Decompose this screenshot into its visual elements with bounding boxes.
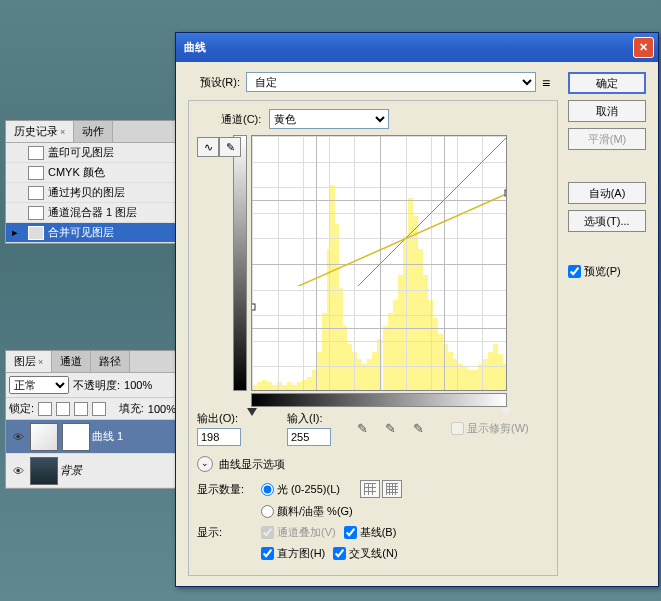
options-button[interactable]: 选项(T)... (568, 210, 646, 232)
layer-row-background[interactable]: 背景 (6, 454, 179, 488)
tab-layers[interactable]: 图层× (6, 351, 52, 372)
black-eyedropper-icon[interactable] (357, 421, 373, 437)
tab-actions[interactable]: 动作 (74, 121, 113, 142)
lock-pixels-icon[interactable] (56, 402, 70, 416)
dialog-title: 曲线 (184, 40, 633, 55)
layer-row-curves[interactable]: 曲线 1 (6, 420, 179, 454)
curve-graph[interactable] (251, 135, 507, 391)
gray-eyedropper-icon[interactable] (385, 421, 401, 437)
channel-overlay-check: 通道叠加(V) (261, 525, 336, 540)
baseline-check[interactable]: 基线(B) (344, 525, 397, 540)
close-button[interactable]: ✕ (633, 37, 654, 58)
history-panel: 历史记录× 动作 盖印可见图层 CMYK 颜色 通过拷贝的图层 通道混合器 1 … (5, 120, 180, 244)
lock-transparent-icon[interactable] (38, 402, 52, 416)
play-icon: ▸ (12, 226, 22, 239)
layer-icon (28, 146, 44, 160)
tab-channels[interactable]: 通道 (52, 351, 91, 372)
layer-thumb-mask[interactable] (62, 423, 90, 451)
preset-label: 预设(R): (188, 75, 240, 90)
history-item[interactable]: 盖印可见图层 (6, 143, 179, 163)
white-eyedropper-icon[interactable] (413, 421, 429, 437)
blend-mode-select[interactable]: 正常 (9, 376, 69, 394)
preview-check[interactable]: 预览(P) (568, 264, 646, 279)
input-label: 输入(I): (287, 411, 331, 426)
fill-label: 填充: (119, 401, 144, 416)
curve-point[interactable] (251, 303, 256, 310)
visibility-icon[interactable] (11, 465, 25, 475)
opacity-label: 不透明度: (73, 378, 120, 393)
curve-point[interactable] (505, 190, 508, 197)
layer-thumb[interactable] (30, 457, 58, 485)
display-options-toggle[interactable]: ⌄ (197, 456, 213, 472)
amount-light-radio[interactable]: 光 (0-255)(L) (261, 482, 340, 497)
titlebar[interactable]: 曲线 ✕ (176, 33, 658, 62)
grid-fine-button[interactable] (382, 480, 402, 498)
input-gradient (251, 393, 507, 407)
history-item[interactable]: 通道混合器 1 图层 (6, 203, 179, 223)
history-list: 盖印可见图层 CMYK 颜色 通过拷贝的图层 通道混合器 1 图层 ▸合并可见图… (6, 143, 179, 243)
output-label: 输出(O): (197, 411, 241, 426)
tab-close-icon[interactable]: × (60, 127, 65, 137)
layer-name[interactable]: 背景 (60, 463, 82, 478)
layer-icon (28, 226, 44, 240)
curve-point-tool[interactable]: ∿ (197, 137, 219, 157)
channel-select[interactable]: 黄色 (269, 109, 389, 129)
amount-label: 显示数量: (197, 482, 253, 497)
preset-select[interactable]: 自定 (246, 72, 536, 92)
output-gradient (233, 135, 247, 391)
black-slider[interactable] (247, 408, 257, 416)
lock-label: 锁定: (9, 401, 34, 416)
curve-pencil-tool[interactable]: ✎ (219, 137, 241, 157)
layer-icon (28, 186, 44, 200)
history-item[interactable]: CMYK 颜色 (6, 163, 179, 183)
curve-line[interactable] (252, 136, 507, 286)
show-clipping-check: 显示修剪(W) (451, 421, 529, 436)
white-slider[interactable] (501, 408, 511, 416)
auto-button[interactable]: 自动(A) (568, 182, 646, 204)
cancel-button[interactable]: 取消 (568, 100, 646, 122)
grid-coarse-button[interactable] (360, 480, 380, 498)
tab-close-icon[interactable]: × (38, 357, 43, 367)
channel-label: 通道(C): (221, 112, 261, 127)
tab-paths[interactable]: 路径 (91, 351, 130, 372)
opacity-value[interactable]: 100% (124, 379, 152, 391)
amount-ink-radio[interactable]: 颜料/油墨 %(G) (261, 504, 353, 519)
layer-thumb-adjustment[interactable] (30, 423, 58, 451)
lock-all-icon[interactable] (92, 402, 106, 416)
ok-button[interactable]: 确定 (568, 72, 646, 94)
history-item[interactable]: 通过拷贝的图层 (6, 183, 179, 203)
layer-icon (28, 166, 44, 180)
lock-position-icon[interactable] (74, 402, 88, 416)
input-input[interactable] (287, 428, 331, 446)
history-item-selected[interactable]: ▸合并可见图层 (6, 223, 179, 243)
output-input[interactable] (197, 428, 241, 446)
layer-name[interactable]: 曲线 1 (92, 429, 123, 444)
histogram-check[interactable]: 直方图(H) (261, 546, 325, 561)
layers-panel: 图层× 通道 路径 正常 不透明度: 100% 锁定: 填充: 100% 曲线 … (5, 350, 180, 489)
intersect-check[interactable]: 交叉线(N) (333, 546, 397, 561)
curve-fieldset: 通道(C): 黄色 ∿ ✎ (188, 100, 558, 576)
display-options-label: 曲线显示选项 (219, 457, 285, 472)
show-label: 显示: (197, 525, 253, 540)
smooth-button: 平滑(M) (568, 128, 646, 150)
tab-history[interactable]: 历史记录× (6, 121, 74, 142)
svg-line-1 (252, 193, 507, 286)
fill-value[interactable]: 100% (148, 403, 176, 415)
curves-dialog: 曲线 ✕ 预设(R): 自定 通道(C): 黄色 ∿ ✎ (175, 32, 659, 587)
preset-menu-icon[interactable] (542, 75, 558, 89)
visibility-icon[interactable] (11, 431, 25, 441)
layer-icon (28, 206, 44, 220)
